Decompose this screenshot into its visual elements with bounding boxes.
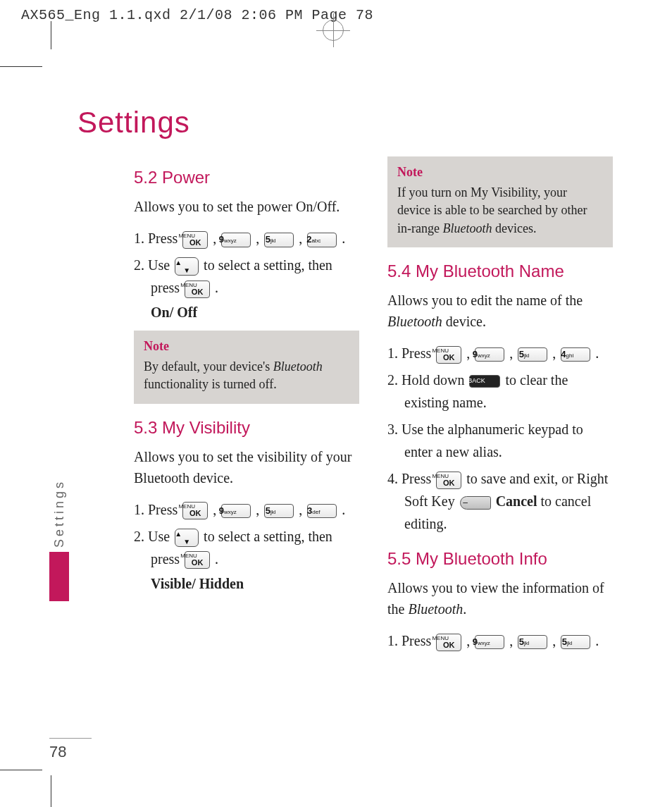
right-column: Note If you turn on My Visibility, your … (387, 154, 613, 656)
registration-mark (323, 20, 344, 41)
step-5-4-2: 2. Hold down BACK to clear the existing … (387, 369, 613, 414)
crop-mark (0, 770, 42, 770)
key-2-icon: 2abc (307, 233, 337, 247)
note-box-top-right: Note If you turn on My Visibility, your … (387, 156, 613, 247)
key-5-icon: 5jkl (561, 635, 590, 649)
left-column: 5.2 Power Allows you to set the power On… (134, 154, 359, 656)
note-label: Note (144, 338, 349, 355)
right-soft-key-icon: – (460, 496, 491, 510)
page-title: Settings (77, 106, 620, 140)
crop-mark (51, 21, 51, 49)
back-key-icon: BACK (469, 375, 500, 388)
step-5-4-3: 3. Use the alphanumeric keypad to enter … (387, 418, 613, 463)
nav-key-icon: ▲▼ (175, 529, 199, 547)
side-tab: Settings (49, 479, 69, 601)
key-9-icon: 9wxyz (475, 635, 504, 649)
note-label: Note (397, 164, 603, 181)
step-5-3-1: 1. Press MENUOK , 9wxyz , 5jkl , 3def . (134, 498, 359, 521)
side-tab-label: Settings (52, 479, 67, 548)
step-5-4-1: 1. Press MENUOK , 9wxyz , 5jkl , 4ghi . (387, 342, 613, 364)
step-5-2-2: 2. Use ▲▼ to select a setting, then pres… (134, 254, 359, 299)
menu-ok-key-icon: MENUOK (436, 634, 461, 651)
intro-5-2: Allows you to set the power On/Off. (134, 196, 359, 217)
page-number: 78 (49, 738, 92, 761)
step-5-2-1: 1. Press MENUOK , 9wxyz , 5jkl , 2abc . (134, 227, 359, 250)
note-box-5-2: Note By default, your device's Bluetooth… (134, 331, 359, 404)
key-5-icon: 5jkl (264, 504, 294, 518)
key-5-icon: 5jkl (518, 347, 547, 362)
nav-key-icon: ▲▼ (175, 257, 199, 276)
key-9-icon: 9wxyz (221, 233, 251, 247)
crop-mark (51, 775, 51, 807)
options-5-2: On/ Off (151, 304, 359, 321)
step-5-4-4: 4. Press MENUOK to save and exit, or Rig… (387, 467, 613, 535)
key-9-icon: 9wxyz (475, 347, 504, 362)
step-5-3-2: 2. Use ▲▼ to select a setting, then pres… (134, 525, 359, 570)
options-5-3: Visible/ Hidden (151, 576, 359, 592)
heading-5-2: 5.2 Power (134, 168, 359, 187)
heading-5-5: 5.5 My Bluetooth Info (387, 549, 613, 569)
key-5-icon: 5jkl (264, 233, 294, 247)
menu-ok-key-icon: MENUOK (436, 472, 461, 489)
menu-ok-key-icon: MENUOK (182, 231, 208, 249)
key-9-icon: 9wxyz (221, 504, 251, 518)
key-4-icon: 4ghi (561, 347, 590, 362)
heading-5-3: 5.3 My Visibility (134, 418, 359, 438)
key-3-icon: 3def (307, 504, 337, 518)
side-tab-block (49, 552, 69, 601)
crop-mark (0, 66, 42, 67)
menu-ok-key-icon: MENUOK (182, 502, 208, 519)
intro-5-4: Allows you to edit the name of the Bluet… (387, 290, 613, 332)
menu-ok-key-icon: MENUOK (185, 281, 210, 298)
menu-ok-key-icon: MENUOK (436, 346, 461, 364)
key-5-icon: 5jkl (518, 635, 547, 649)
step-5-5-1: 1. Press MENUOK , 9wxyz , 5jkl , 5jkl . (387, 629, 613, 652)
intro-5-3: Allows you to set the visibility of your… (134, 446, 359, 488)
intro-5-5: Allows you to view the information of th… (387, 577, 613, 620)
menu-ok-key-icon: MENUOK (185, 551, 210, 569)
heading-5-4: 5.4 My Bluetooth Name (387, 261, 613, 281)
